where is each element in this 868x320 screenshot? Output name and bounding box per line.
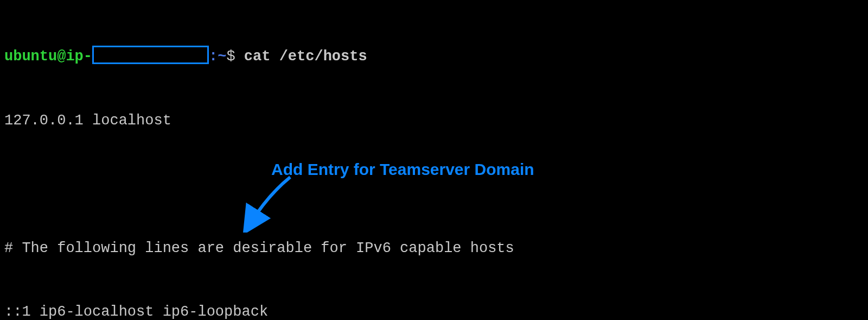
prompt-path: :~ [209, 48, 226, 65]
prompt-user: ubuntu [4, 48, 57, 65]
annotation-label: Add Entry for Teamserver Domain [271, 158, 534, 181]
hosts-comment-ipv6: # The following lines are desirable for … [4, 238, 864, 259]
annotation-arrow-icon [239, 173, 298, 233]
hosts-line-localhost: 127.0.0.1 localhost [4, 110, 864, 131]
redacted-ip-box [92, 46, 209, 64]
prompt-dollar: $ [226, 48, 244, 65]
prompt-host-prefix: ip- [66, 48, 92, 65]
command-text: cat /etc/hosts [244, 48, 367, 65]
prompt-line: ubuntu@ip-:~$ cat /etc/hosts [4, 46, 864, 67]
prompt-at: @ [57, 48, 66, 65]
hosts-ipv6-loopback: ::1 ip6-localhost ip6-loopback [4, 302, 864, 320]
